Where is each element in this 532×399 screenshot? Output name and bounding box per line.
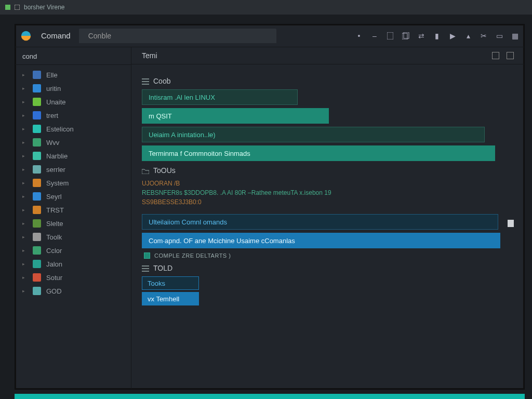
- sidebar-list: ▸Elle▸uritin▸Unaite▸trert▸Estelicon▸Wvv▸…: [15, 65, 131, 389]
- sidebar-item-god[interactable]: ▸GOD: [15, 284, 131, 298]
- main-toolbar: Comand Conble • – ⇄ ▮ ▶ ▴ ✂ ▭ ▦: [15, 24, 524, 47]
- tools-item-0[interactable]: Ulteilaiiom Comnl omands: [142, 214, 498, 230]
- sidebar-item-label: serrler: [46, 166, 65, 174]
- complete-checkbox-label: COMPlE zre deltarts ): [154, 252, 231, 259]
- sidebar-item-uritin[interactable]: ▸uritin: [15, 82, 131, 95]
- action-docs-icon[interactable]: [402, 32, 410, 40]
- section-tools-header[interactable]: ToOUs: [142, 166, 514, 175]
- action-grid-icon[interactable]: ▦: [511, 32, 519, 40]
- sidebar-item-trert[interactable]: ▸trert: [15, 109, 131, 122]
- window-indicator-icon: [5, 5, 10, 10]
- coob-item-0[interactable]: Intisram .Al len LINUX: [142, 89, 298, 105]
- chevron-icon: ▸: [22, 99, 28, 104]
- action-pause-icon[interactable]: ▮: [433, 32, 441, 40]
- sidebar-item-estelicon[interactable]: ▸Estelicon: [15, 122, 131, 136]
- status-bar: [15, 394, 525, 399]
- workspace: cond ▸Elle▸uritin▸Unaite▸trert▸Estelicon…: [15, 47, 524, 389]
- main-header: Temi: [131, 47, 524, 64]
- sidebar-item-cclor[interactable]: ▸Cclor: [15, 244, 131, 257]
- category-icon: [33, 71, 41, 79]
- sidebar-item-label: GOD: [46, 287, 62, 295]
- sidebar-item-label: Cclor: [46, 247, 62, 255]
- sidebar-item-label: Jalon: [46, 260, 62, 268]
- sidebar-item-toolk[interactable]: ▸Toolk: [15, 230, 131, 244]
- chevron-icon: ▸: [22, 72, 28, 77]
- category-icon: [33, 179, 41, 187]
- category-icon: [33, 152, 41, 160]
- app-title: Comand: [36, 27, 76, 44]
- chevron-icon: ▸: [22, 221, 28, 226]
- chevron-icon: ▸: [22, 234, 28, 240]
- coob-item-3[interactable]: Terminma f Commnoiton Sinmads: [142, 145, 495, 161]
- action-arrow-icon[interactable]: ⇄: [417, 32, 425, 40]
- category-icon: [33, 98, 41, 106]
- main-panel: Temi Coob Intisram .Al len LINUX m QSIT …: [131, 47, 524, 389]
- content-area: Coob Intisram .Al len LINUX m QSIT Ueiai…: [131, 64, 524, 389]
- action-box-icon[interactable]: ▭: [495, 32, 503, 40]
- sidebar-item-wvv[interactable]: ▸Wvv: [15, 136, 131, 149]
- sidebar-item-label: Seyrl: [46, 193, 62, 201]
- panel-columns-icon[interactable]: [492, 52, 499, 59]
- main-header-title: Temi: [142, 51, 157, 60]
- action-dot-icon[interactable]: •: [355, 32, 363, 40]
- app-window: Comand Conble • – ⇄ ▮ ▶ ▴ ✂ ▭ ▦ cond ▸El…: [15, 24, 525, 390]
- category-icon: [33, 273, 41, 282]
- coob-item-2[interactable]: Ueiaim A inintation..le): [142, 127, 485, 142]
- sidebar-item-sotur[interactable]: ▸Sotur: [15, 271, 131, 284]
- toolbar-actions: • – ⇄ ▮ ▶ ▴ ✂ ▭ ▦: [355, 32, 519, 40]
- chevron-icon: ▸: [22, 113, 28, 118]
- sidebar-item-label: Wvv: [46, 139, 59, 147]
- category-icon: [33, 84, 41, 92]
- sidebar-title: cond: [15, 47, 131, 65]
- file-tab[interactable]: Conble: [79, 29, 276, 43]
- action-dash-icon[interactable]: –: [370, 32, 379, 40]
- chevron-icon: ▸: [22, 248, 28, 253]
- chevron-icon: ▸: [22, 207, 28, 212]
- told-item-1[interactable]: vx Temhell: [142, 292, 199, 305]
- tools-item-1[interactable]: Com·apnd. OF ane Mcichine Usaime cComanl…: [142, 233, 500, 248]
- os-titlebar: borsher Virene: [0, 0, 532, 15]
- complete-checkbox[interactable]: [144, 252, 150, 259]
- sidebar-item-label: Elle: [46, 71, 58, 79]
- chevron-icon: ▸: [22, 126, 28, 131]
- category-icon: [33, 138, 41, 147]
- sidebar-item-jalon[interactable]: ▸Jalon: [15, 257, 131, 271]
- sidebar-item-seyrl[interactable]: ▸Seyrl: [15, 190, 131, 203]
- sidebar-item-unaite[interactable]: ▸Unaite: [15, 95, 131, 109]
- category-icon: [33, 192, 41, 201]
- window-title: borsher Virene: [24, 4, 65, 11]
- action-play-icon[interactable]: ▶: [448, 32, 457, 40]
- sidebar-item-system[interactable]: ▸System: [15, 176, 131, 190]
- category-icon: [33, 260, 41, 268]
- action-scissors-icon[interactable]: ✂: [480, 32, 488, 40]
- chevron-icon: ▸: [22, 153, 28, 158]
- sidebar-item-label: trert: [46, 112, 58, 119]
- section-coob-header[interactable]: Coob: [142, 77, 514, 85]
- action-doc-icon[interactable]: [386, 32, 394, 40]
- panel-maximize-icon[interactable]: [507, 52, 514, 59]
- sidebar-item-slelte[interactable]: ▸Slelte: [15, 217, 131, 230]
- sidebar-item-serrler[interactable]: ▸serrler: [15, 163, 131, 176]
- folder-icon: [142, 167, 149, 174]
- chevron-icon: ▸: [22, 288, 28, 294]
- sidebar-item-label: Toolk: [46, 233, 62, 241]
- told-item-0[interactable]: Tooks: [142, 276, 199, 290]
- sidebar-item-elle[interactable]: ▸Elle: [15, 68, 131, 82]
- svg-rect-0: [387, 32, 393, 39]
- app-logo-icon: [20, 30, 32, 42]
- category-icon: [33, 219, 41, 228]
- action-cut-icon[interactable]: ▴: [464, 32, 472, 40]
- sidebar-item-trst[interactable]: ▸TRST: [15, 203, 131, 217]
- sidebar-item-label: Narblie: [46, 152, 68, 160]
- list-icon: [142, 78, 149, 84]
- category-icon: [33, 111, 41, 119]
- category-icon: [33, 125, 41, 133]
- sidebar-item-label: uritin: [46, 85, 61, 92]
- coob-item-1[interactable]: m QSIT: [142, 108, 329, 124]
- chevron-icon: ▸: [22, 261, 28, 267]
- section-told-header[interactable]: TOLD: [142, 264, 514, 272]
- sidebar-item-narblie[interactable]: ▸Narblie: [15, 149, 131, 163]
- window-frame-icon: [15, 5, 20, 10]
- sidebar-item-label: Slelte: [46, 220, 63, 228]
- scroll-marker-icon: [508, 220, 514, 227]
